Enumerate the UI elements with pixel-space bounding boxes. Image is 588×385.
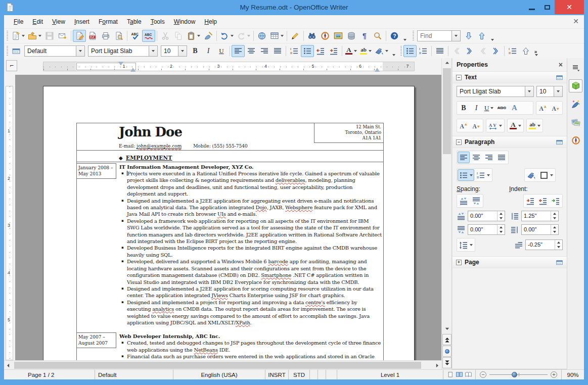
bullet-item[interactable]: ▪Developed, delivered and supported a Wi… (119, 258, 383, 285)
sidebar-font-color-button[interactable]: A (508, 120, 523, 131)
tab-properties[interactable] (569, 79, 582, 92)
sidebar-align-right-button[interactable] (483, 152, 495, 163)
spin-down-button[interactable] (497, 216, 505, 221)
contact-row[interactable]: E-mail: john@example.com Mobile: (555) 5… (77, 143, 383, 151)
close-document-icon[interactable]: ✕ (573, 17, 579, 25)
line-spacing-button[interactable] (458, 239, 474, 251)
page-section-header[interactable]: + Page (453, 256, 567, 268)
font-size-dropdown[interactable] (178, 46, 187, 56)
close-button[interactable]: ✕ (555, 0, 584, 14)
menu-format[interactable]: Format (94, 16, 122, 28)
help-button[interactable] (388, 30, 401, 42)
cut-button[interactable] (159, 30, 172, 42)
spin-up-button[interactable] (497, 211, 505, 216)
info-cell[interactable] (326, 370, 337, 379)
find-next-button[interactable] (462, 30, 475, 42)
spin-up-button[interactable] (497, 225, 505, 230)
zoom-thumb[interactable] (512, 372, 517, 377)
selection-mode-cell[interactable]: STD (289, 370, 310, 379)
navigate-by-button[interactable] (442, 346, 451, 357)
bullet-item[interactable]: ▪Designed and implemented a project for … (119, 299, 383, 326)
bullet-list-button[interactable] (301, 45, 314, 57)
sidebar-increase-indent-button[interactable] (524, 195, 536, 207)
scroll-right-button[interactable] (433, 361, 441, 369)
find-replace-button[interactable] (305, 30, 319, 42)
horizontal-scrollbar[interactable] (4, 360, 441, 369)
decrease-spacing-button[interactable] (550, 102, 562, 114)
grow-font-button[interactable] (458, 120, 470, 131)
highlighting-button[interactable]: ab (358, 45, 373, 57)
scroll-left-button[interactable] (4, 361, 13, 369)
sidebar-bold-button[interactable]: B (458, 102, 470, 114)
toolbar-grip[interactable] (7, 31, 8, 41)
toolbar-grip[interactable] (400, 46, 402, 56)
page[interactable]: John Doe 12 Main St. Toronto, Ontario A1… (43, 86, 415, 360)
bullet-item[interactable]: ▪Developed a framework web application f… (119, 218, 383, 245)
email-link[interactable]: john@example.com (137, 143, 182, 149)
font-name-dropdown[interactable] (149, 46, 157, 56)
find-combobox[interactable] (417, 30, 461, 41)
multi-page-view-icon[interactable] (456, 371, 463, 378)
sidebar-font-effects-button[interactable]: A (508, 102, 520, 114)
copy-button[interactable] (172, 30, 185, 42)
minimize-button[interactable] (524, 0, 539, 14)
bullet-item[interactable]: ▪Designed and implemented a J2EE applica… (119, 198, 383, 218)
left-indent-marker[interactable] (130, 68, 135, 72)
auto-spellcheck-button[interactable] (142, 30, 155, 42)
redo-button[interactable] (235, 30, 252, 42)
edit-mode-button[interactable] (73, 30, 86, 42)
increase-spacing-button[interactable] (537, 102, 549, 114)
data-sources-button[interactable] (345, 30, 358, 42)
expand-icon[interactable]: + (456, 260, 462, 265)
horizontal-ruler[interactable]: 1234567 (43, 62, 415, 71)
menu-table[interactable]: Table (122, 16, 146, 28)
formatting-marks-button[interactable]: ¶ (358, 30, 371, 42)
menu-help[interactable]: Help (200, 16, 221, 28)
spin-up-button[interactable] (551, 225, 558, 230)
job-dates[interactable]: January 2008 – May 2013 (76, 163, 116, 179)
maximize-button[interactable] (539, 0, 555, 14)
shrink-font-button[interactable] (470, 120, 482, 131)
bullet-item[interactable]: ▪Developed Business Intelligence reports… (119, 245, 383, 258)
background-color-button[interactable] (373, 45, 390, 57)
align-justify-button[interactable] (271, 45, 284, 57)
page-preview-button[interactable] (112, 30, 125, 42)
align-right-button[interactable] (258, 45, 271, 57)
bullet-item[interactable]: ▪Financial data such as purchase orders … (119, 353, 383, 360)
paragraph-style-combobox[interactable]: Default (24, 45, 85, 57)
paragraph-background-button[interactable] (525, 169, 537, 181)
section-options-icon[interactable] (556, 259, 563, 266)
outline-level-cell[interactable]: Level 1 (337, 370, 443, 379)
scroll-down-button[interactable] (442, 324, 451, 333)
align-left-button[interactable] (232, 45, 245, 57)
decrease-paragraph-spacing-button[interactable] (470, 195, 482, 207)
gallery-button[interactable] (332, 30, 345, 42)
paragraph-style-dropdown[interactable] (76, 46, 84, 56)
tab-gallery[interactable] (569, 116, 582, 129)
name-cell[interactable]: John Doe (77, 123, 314, 143)
tab-styles[interactable] (569, 98, 582, 111)
numbering-on-off-button[interactable] (417, 45, 430, 57)
tab-type-selector[interactable]: ⌐ (6, 60, 17, 71)
export-pdf-button[interactable] (86, 30, 99, 42)
sidebar-menu-button[interactable] (569, 61, 582, 74)
undo-button[interactable] (218, 30, 235, 42)
toolbar-overflow-button[interactable] (401, 30, 408, 42)
switch-indent-button[interactable] (550, 195, 562, 207)
character-spacing-button[interactable] (487, 120, 504, 131)
menu-edit[interactable]: Edit (28, 16, 48, 28)
sidebar-strikethrough-button[interactable]: ABC (495, 102, 508, 114)
spin-down-button[interactable] (551, 216, 558, 221)
sidebar-numbering-button[interactable] (475, 169, 491, 181)
increase-indent-button[interactable] (327, 45, 340, 57)
demote-with-subpoints-button[interactable] (489, 45, 503, 57)
language-cell[interactable]: English (USA) (173, 370, 265, 379)
zoom-percent-cell[interactable]: 90% (561, 370, 584, 379)
promote-level-button[interactable] (450, 45, 463, 57)
first-line-indent-marker[interactable] (118, 62, 123, 66)
after-indent-spinner[interactable]: 0.00" (521, 224, 559, 235)
spin-down-button[interactable] (551, 230, 558, 235)
text-section-header[interactable]: − Text (453, 71, 567, 83)
sidebar-highlighting-button[interactable]: ab (527, 120, 542, 131)
modified-cell[interactable] (318, 370, 326, 379)
